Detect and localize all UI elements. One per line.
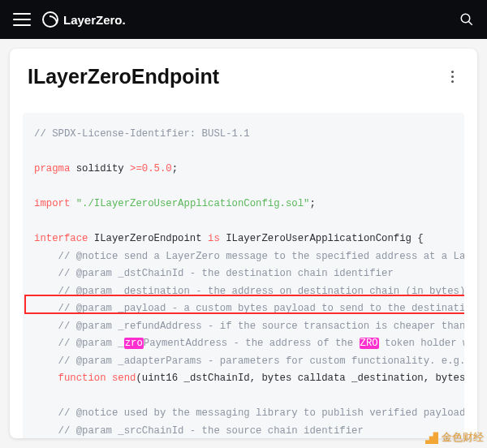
code-token: solidity <box>70 163 130 174</box>
code-token: ILayerZeroEndpoint <box>88 233 208 244</box>
code-token: ; <box>309 198 315 209</box>
content-card: ILayerZeroEndpoint // SPDX-License-Ident… <box>10 49 477 438</box>
svg-line-1 <box>468 21 472 25</box>
watermark-icon <box>425 431 438 444</box>
page-header: ILayerZeroEndpoint <box>10 49 477 95</box>
code-line: // @param _payload - a custom bytes payl… <box>34 303 464 314</box>
code-token: ILayerZeroUserApplicationConfig { <box>220 233 424 244</box>
highlight-zro: ZRO <box>360 338 379 349</box>
code-line: function send(uint16 _dstChainId, bytes … <box>34 373 464 384</box>
code-line: // @param _destination - the address on … <box>34 286 464 297</box>
code-block: // SPDX-License-Identifier: BUSL-1.1 pra… <box>23 113 464 438</box>
search-icon[interactable] <box>459 12 474 27</box>
layerzero-logo-icon <box>42 11 58 28</box>
code-token: pragma <box>34 163 70 174</box>
page-title: ILayerZeroEndpoint <box>28 65 219 88</box>
highlight-zro: zro <box>124 338 144 349</box>
code-token <box>70 198 75 209</box>
code-token: is <box>208 233 220 244</box>
code-line: // @param _refundAddress - if the source… <box>34 321 464 332</box>
code-line: // @param _srcChainId - the source chain… <box>34 425 364 437</box>
code-token: interface <box>34 233 88 244</box>
code-token: "./ILayerZeroUserApplicationConfig.sol" <box>76 198 310 209</box>
brand-text: LayerZero. <box>63 13 126 27</box>
menu-icon[interactable] <box>13 13 31 26</box>
brand[interactable]: LayerZero. <box>42 11 126 28</box>
topbar: LayerZero. <box>0 0 487 39</box>
code-line: // SPDX-License-Identifier: BUSL-1.1 <box>34 128 250 140</box>
watermark-text: 金色财经 <box>442 430 484 445</box>
code-line: // @notice send a LayerZero message to t… <box>34 251 464 262</box>
code-line: // @notice used by the messaging library… <box>34 407 464 419</box>
svg-point-0 <box>461 14 470 23</box>
code-token: import <box>34 198 70 209</box>
watermark: 金色财经 <box>425 430 484 445</box>
code-line: // @param _dstChainId - the destination … <box>34 268 394 279</box>
code-line: // @param _adapterParams - parameters fo… <box>34 355 464 367</box>
code-line: // @param _zroPaymentAddress - the addre… <box>34 338 464 349</box>
page-actions-icon[interactable] <box>445 70 459 84</box>
code-token: >=0.5.0 <box>130 163 172 174</box>
code-token: ; <box>172 163 178 174</box>
